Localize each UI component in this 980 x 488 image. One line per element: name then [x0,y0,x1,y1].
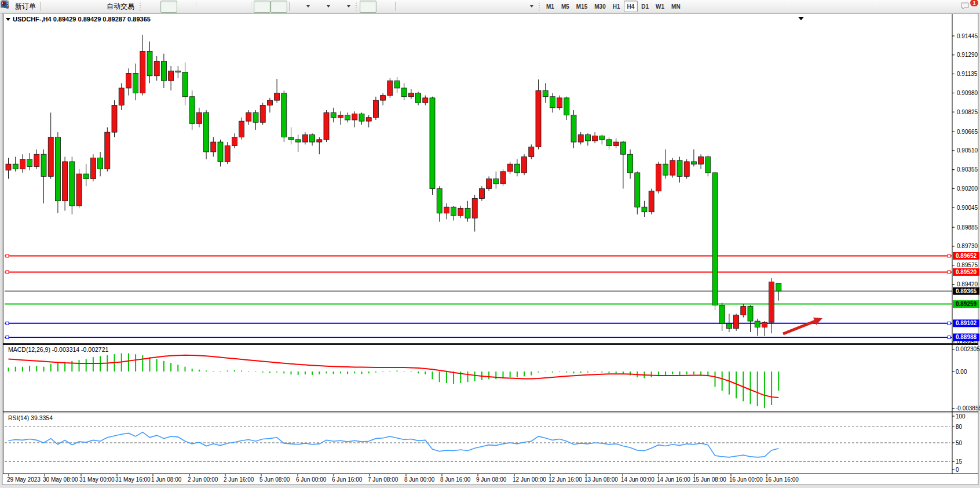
arrows-button[interactable] [515,1,536,13]
market-data-icon [64,2,73,11]
line-endpoint-marker[interactable] [948,271,950,274]
candle [769,282,774,322]
autotrade-button[interactable]: 自动交易 [93,1,137,13]
indicators-button[interactable] [292,1,312,13]
price-tick-label: 0.89885 [957,224,978,231]
time-label: 2 Jun 16:00 [224,476,254,483]
line-endpoint-marker[interactable] [948,254,950,257]
candle [260,105,265,123]
channel-button[interactable]: E [448,1,465,13]
time-label: 5 Jun 08:00 [259,476,290,483]
tile-windows-button[interactable] [232,1,249,13]
candle [175,71,181,72]
candle [734,315,739,328]
candle [246,112,251,121]
timeframe-m30[interactable]: M30 [591,1,609,12]
candle [381,96,386,100]
templates-button[interactable] [332,1,353,13]
time-label: 13 Jun 08:00 [584,476,618,483]
timeframe-d1[interactable]: D1 [638,1,652,12]
candle [48,137,53,177]
hline-button[interactable] [415,1,432,13]
line-endpoint-marker[interactable] [6,271,9,274]
candle [6,164,11,170]
candle [281,93,287,137]
dropdown-caret-icon[interactable] [327,5,330,8]
candle [677,161,682,177]
zoom-out-button[interactable] [215,1,232,13]
line-endpoint-marker[interactable] [6,254,9,257]
candle [98,158,103,169]
text-button[interactable]: A [482,1,499,13]
time-label: 15 Jun 08:00 [693,476,726,483]
bar-chart-button[interactable] [144,1,160,13]
navigator-button[interactable] [76,1,93,13]
vline-button[interactable] [398,1,415,13]
line-endpoint-marker[interactable] [6,336,9,338]
line-endpoint-marker[interactable] [6,322,9,325]
vline-icon [402,2,411,11]
price-tick-label: 0.91445 [957,33,978,39]
timeframe-m5[interactable]: M5 [558,1,573,12]
channel-icon: E [452,2,462,11]
zoom-in-button[interactable] [199,1,215,13]
rsi-indicator-label: RSI(14) 39.3354 [8,414,53,421]
time-label: 8 Jun 16:00 [440,476,471,483]
price-tick-label: 0.90355 [957,166,978,173]
crosshair-button[interactable] [376,1,393,13]
cursor-button[interactable] [360,1,376,13]
chart-shift-button[interactable] [270,1,287,13]
periods-button[interactable] [312,1,332,13]
timeframe-h4[interactable]: H4 [624,1,638,12]
auto-scroll-button[interactable] [254,1,270,13]
price-tick-label: 0.89730 [957,243,978,249]
text-label-button[interactable]: T [499,1,515,13]
dropdown-caret-icon[interactable] [530,5,533,8]
styler-button[interactable] [43,1,60,13]
rsi-tick-label: 80 [956,424,963,430]
rsi-tick-label: 15 [956,458,963,465]
timeframe-w1[interactable]: W1 [652,1,668,12]
candle [359,114,364,121]
toolbar-separator [395,2,396,11]
fibonacci-button[interactable]: F [465,1,482,13]
candle [741,307,746,315]
notifications-button[interactable]: 1 [960,1,977,13]
line-chart-button[interactable] [177,1,194,13]
price-tag-label: 0.89259 [956,301,977,307]
toolbar-separator [289,2,290,11]
line-endpoint-marker[interactable] [948,322,950,325]
candle [776,283,781,292]
time-label: 2 Jun 00:00 [188,476,218,483]
search-button[interactable] [939,1,956,13]
candle [437,188,442,213]
candle [324,112,329,140]
time-label: 12 Jun 16:00 [548,476,582,483]
trendline-button[interactable] [432,1,448,13]
candle [493,179,499,184]
candle [302,134,308,142]
line-endpoint-marker[interactable] [948,336,950,338]
candle [387,81,393,95]
timeframe-mn[interactable]: MN [668,1,684,12]
clock-icon [315,2,324,11]
timeframe-m1[interactable]: M1 [543,1,558,12]
candle [593,136,598,140]
candle [352,114,357,120]
chart-title: USDCHF-,H4 0.89429 0.89429 0.89287 0.893… [6,16,151,23]
price-tick-label: 0.91290 [957,52,978,58]
market-data-button[interactable] [60,1,76,13]
symbol-dropdown-icon[interactable] [6,18,10,21]
candle [699,156,704,164]
timeframe-m15[interactable]: M15 [573,1,591,12]
time-label: 14 Jun 00:00 [621,476,654,483]
dropdown-caret-icon[interactable] [306,5,310,8]
dropdown-caret-icon[interactable] [347,5,350,8]
candle [83,174,89,179]
candle [140,51,145,93]
candle-chart-button[interactable] [160,1,177,13]
trendline-icon [436,2,445,11]
timeframe-h1[interactable]: H1 [609,1,624,12]
candle [578,134,583,142]
chart-canvas: 0.914450.912900.911350.909800.908250.906… [0,0,980,488]
